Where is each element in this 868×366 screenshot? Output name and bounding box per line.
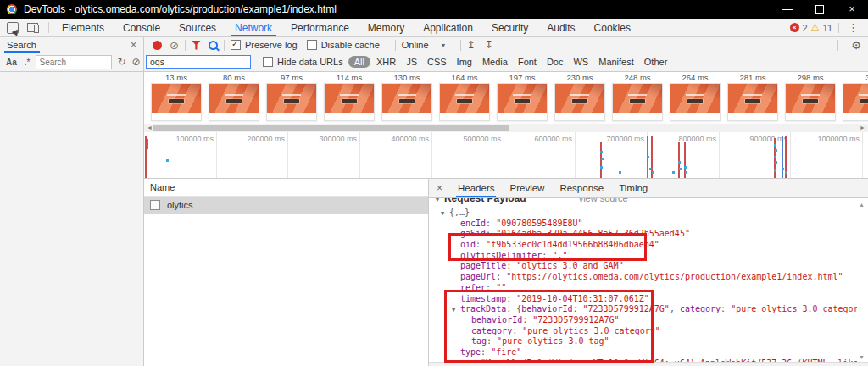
scrollbar-thumb[interactable] (153, 125, 509, 131)
tab-audits[interactable]: Audits (537, 19, 584, 36)
disable-cache-checkbox[interactable] (307, 40, 317, 50)
filmstrip-frame[interactable]: 114 ms (324, 72, 375, 124)
tab-memory[interactable]: Memory (359, 19, 414, 36)
name-column-header[interactable]: Name (144, 179, 428, 197)
minimize-button[interactable]: — (771, 0, 804, 19)
more-options-icon[interactable]: ⋮ (845, 21, 861, 34)
search-input[interactable] (36, 55, 112, 69)
filter-type-font[interactable]: Font (514, 56, 541, 68)
close-search-icon[interactable]: × (131, 39, 136, 51)
overview-event-dot (600, 166, 603, 169)
hide-data-urls-checkbox[interactable] (263, 57, 273, 67)
divider (224, 40, 225, 51)
request-details-panel: × HeadersPreviewResponseTiming ▼Request … (428, 179, 868, 366)
filmstrip-frame[interactable]: 80 ms (209, 72, 259, 124)
frame-timestamp: 298 ms (785, 73, 836, 83)
warning-badge-icon[interactable]: ⚠ (811, 23, 820, 32)
network-overview-timeline[interactable]: 100000 ms200000 ms300000 ms400000 ms5000… (144, 132, 868, 179)
close-button[interactable]: × (836, 0, 868, 19)
tab-performance[interactable]: Performance (281, 19, 359, 36)
filter-type-all[interactable]: All (348, 56, 370, 68)
export-har-icon[interactable]: ↧ (485, 39, 493, 51)
filmstrip-frame[interactable]: 164 ms (439, 72, 490, 124)
details-tab-preview[interactable]: Preview (502, 179, 552, 197)
overview-event-line (600, 142, 602, 178)
close-details-icon[interactable]: × (437, 182, 442, 194)
disclosure-triangle-icon[interactable]: ▼ (434, 198, 441, 203)
details-tab-response[interactable]: Response (552, 179, 611, 197)
timeline-tick-label: 200000 ms (225, 135, 285, 143)
page-screenshot (728, 84, 777, 113)
divider (185, 40, 186, 51)
regex-button[interactable]: .* (25, 58, 31, 67)
clear-search-icon[interactable]: ⊘ (132, 56, 141, 68)
overview-event-dot (774, 144, 776, 147)
clear-network-log-icon[interactable]: ⊘ (170, 40, 179, 51)
devtools-tab-bar: ElementsConsoleSourcesNetworkPerformance… (0, 19, 868, 37)
filter-type-xhr[interactable]: XHR (372, 56, 400, 68)
filmstrip-frame[interactable]: 13 ms (151, 72, 202, 124)
tab-application[interactable]: Application (414, 19, 482, 36)
gear-icon[interactable]: ⚙ (851, 39, 861, 52)
tab-network[interactable]: Network (225, 19, 281, 36)
refresh-icon[interactable]: ↻ (117, 56, 125, 68)
device-toolbar-icon[interactable] (27, 23, 38, 32)
filmstrip-frame[interactable]: 230 ms (554, 72, 605, 124)
filmstrip-frame[interactable]: 281 ms (727, 72, 778, 124)
payload-line: pageTitle: "olytics 3.0 and GAM" (429, 261, 857, 272)
scroll-right-icon[interactable]: ► (860, 125, 865, 131)
frame-thumbnail (612, 83, 663, 121)
filter-type-manifest[interactable]: Manifest (594, 56, 638, 68)
scroll-down-icon[interactable]: ▼ (859, 354, 865, 360)
tab-cookies[interactable]: Cookies (585, 19, 640, 36)
filter-type-js[interactable]: JS (402, 56, 421, 68)
details-tab-timing[interactable]: Timing (611, 179, 655, 197)
page-screenshot (325, 84, 374, 113)
tab-console[interactable]: Console (114, 19, 170, 36)
inspect-element-icon[interactable] (7, 22, 19, 34)
tab-sources[interactable]: Sources (170, 19, 225, 36)
filmstrip-scrollbar[interactable]: ◄ ► (144, 124, 868, 132)
disable-cache-label[interactable]: Disable cache (321, 40, 380, 50)
filmstrip-frame[interactable]: 264 ms (670, 72, 721, 124)
filter-type-media[interactable]: Media (478, 56, 512, 68)
frame-thumbnail (324, 83, 375, 121)
view-source-link[interactable]: view source (579, 198, 628, 203)
details-tab-headers[interactable]: Headers (450, 179, 502, 197)
import-har-icon[interactable]: ↥ (467, 39, 476, 51)
tab-security[interactable]: Security (482, 19, 537, 36)
filter-type-other[interactable]: Other (640, 56, 672, 68)
gridline (790, 132, 791, 179)
filmstrip-frame[interactable]: 298 ms (785, 72, 836, 124)
frame-thumbnail (381, 83, 432, 121)
filmstrip-frame[interactable]: 248 ms (612, 72, 663, 124)
chevron-down-icon[interactable]: ▼ (441, 42, 447, 48)
search-tab[interactable]: Search (7, 40, 36, 50)
restore-button[interactable] (804, 0, 836, 19)
error-badge-icon[interactable]: × (790, 23, 799, 32)
throttling-select[interactable]: Online (402, 40, 429, 50)
scroll-left-icon[interactable]: ◄ (147, 125, 153, 131)
filter-type-ws[interactable]: WS (569, 56, 593, 68)
filmstrip-frame[interactable]: 197 ms (497, 72, 548, 124)
tab-elements[interactable]: Elements (53, 19, 114, 36)
filter-type-doc[interactable]: Doc (542, 56, 568, 68)
filmstrip-frame[interactable]: 3 (843, 72, 868, 124)
error-count: 2 (803, 23, 808, 33)
preserve-log-checkbox[interactable] (231, 40, 241, 50)
frame-thumbnail (151, 83, 202, 121)
preserve-log-label[interactable]: Preserve log (245, 40, 298, 50)
hide-data-urls-label[interactable]: Hide data URLs (277, 57, 343, 67)
scroll-up-icon[interactable]: ▲ (859, 202, 865, 208)
filter-type-css[interactable]: CSS (423, 56, 451, 68)
search-icon[interactable] (209, 41, 218, 50)
frame-thumbnail (727, 83, 778, 121)
request-row-olytics[interactable]: olytics (144, 197, 428, 214)
filter-type-img[interactable]: Img (453, 56, 476, 68)
filter-input[interactable] (146, 55, 251, 69)
filmstrip-frame[interactable]: 130 ms (381, 72, 432, 124)
filter-icon[interactable] (192, 41, 201, 50)
match-case-button[interactable]: Aa (6, 58, 17, 67)
filmstrip-frame[interactable]: 97 ms (266, 72, 317, 124)
record-button[interactable] (153, 41, 162, 50)
